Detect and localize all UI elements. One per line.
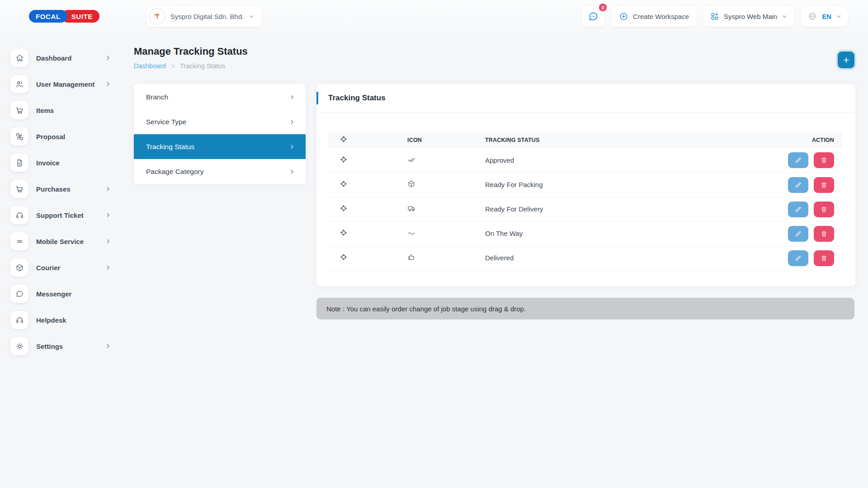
document-icon — [10, 154, 28, 172]
cart-icon — [10, 180, 28, 198]
double-check-icon — [407, 155, 416, 164]
panel-title: Tracking Status — [328, 94, 386, 103]
edit-button[interactable] — [788, 250, 808, 266]
submenu-item-tracking-status[interactable]: Tracking Status — [134, 134, 306, 159]
sidebar-item-courier[interactable]: Courier — [10, 258, 111, 277]
sidebar-item-invoice[interactable]: Invoice — [10, 154, 111, 172]
workspace-selector[interactable]: Syspro Digital Sdn. Bhd. — [146, 6, 262, 27]
package-icon — [407, 180, 415, 188]
create-workspace-label: Create Workspace — [633, 13, 689, 20]
chevron-right-icon — [289, 119, 295, 125]
sidebar-item-helpdesk[interactable]: Helpdesk — [10, 311, 111, 329]
status-label: Ready For Packing — [485, 181, 543, 188]
chevron-right-icon — [105, 265, 111, 270]
drag-handle-icon[interactable] — [340, 156, 347, 163]
drag-handle-icon[interactable] — [340, 205, 347, 212]
edit-button[interactable] — [788, 202, 808, 217]
sidebar-item-support-ticket[interactable]: Support Ticket — [10, 206, 111, 224]
trash-icon — [821, 157, 827, 164]
submenu-item-package-category[interactable]: Package Category — [134, 159, 306, 184]
drag-handle-icon[interactable] — [340, 180, 347, 188]
breadcrumb-dashboard-link[interactable]: Dashboard — [134, 62, 166, 70]
sidebar-item-messenger[interactable]: Messenger — [10, 285, 111, 303]
pencil-icon — [795, 206, 802, 213]
trash-icon — [821, 230, 827, 237]
delete-button[interactable] — [814, 152, 834, 168]
settings-submenu: Branch Service Type Tracking Status Pack… — [134, 84, 306, 184]
chevron-right-icon — [105, 81, 111, 87]
grid-plus-icon — [710, 12, 719, 21]
pencil-icon — [795, 255, 802, 262]
column-header-tracking-status: TRACKING STATUS — [485, 131, 765, 148]
sidebar-item-mobile-service[interactable]: Mobile Service — [10, 232, 111, 250]
trash-icon — [821, 182, 827, 188]
app-selector[interactable]: Syspro Web Main — [703, 6, 794, 27]
chevron-right-icon — [105, 55, 111, 61]
edit-button[interactable] — [788, 177, 808, 193]
trash-icon — [821, 255, 827, 262]
drag-handle-icon[interactable] — [340, 229, 347, 236]
add-tracking-status-button[interactable] — [838, 52, 854, 68]
workspace-name: Syspro Digital Sdn. Bhd. — [170, 13, 244, 20]
brand-logo: FOCAL SUITE — [29, 10, 99, 23]
trash-icon — [821, 206, 827, 213]
chat-button[interactable]: 0 — [582, 6, 604, 27]
users-icon — [10, 75, 28, 93]
sidebar-item-purchases[interactable]: Purchases — [10, 180, 111, 198]
swap-boxes-icon — [10, 127, 28, 145]
submenu-item-branch[interactable]: Branch — [134, 84, 306, 109]
sidebar-item-proposal[interactable]: Proposal — [10, 127, 111, 145]
chevron-right-icon — [105, 186, 111, 192]
status-label: Delivered — [485, 254, 514, 262]
edit-button[interactable] — [788, 152, 808, 168]
chevron-right-icon — [289, 144, 295, 150]
delete-button[interactable] — [814, 250, 834, 266]
chevron-right-icon — [105, 239, 111, 244]
sidebar-item-dashboard[interactable]: Dashboard — [10, 49, 111, 67]
route-wave-icon — [407, 229, 416, 237]
two-lines-icon — [10, 232, 28, 250]
chevron-right-icon — [170, 64, 175, 69]
tracking-status-panel: Tracking Status ICON TRACKING STATUS AC — [316, 84, 855, 286]
delete-button[interactable] — [814, 177, 834, 193]
breadcrumb: Dashboard Tracking Status — [134, 62, 225, 70]
language-selector[interactable]: EN — [801, 6, 848, 27]
plus-icon — [842, 56, 850, 64]
table-row: Approved — [328, 148, 842, 173]
breadcrumb-current: Tracking Status — [180, 62, 225, 70]
status-label: Approved — [485, 156, 514, 164]
delete-button[interactable] — [814, 202, 834, 217]
sidebar: Dashboard User Management Items Proposal — [10, 49, 111, 363]
create-workspace-button[interactable]: Create Workspace — [611, 6, 697, 27]
move-icon — [340, 136, 347, 143]
table-header-row: ICON TRACKING STATUS ACTION — [328, 131, 842, 148]
pencil-icon — [795, 230, 802, 237]
page-title: Manage Tracking Status — [134, 46, 248, 57]
headset-icon — [10, 311, 28, 329]
sidebar-item-settings[interactable]: Settings — [10, 337, 111, 355]
table-row: Ready For Packing — [328, 173, 842, 197]
status-label: On The Way — [485, 230, 523, 237]
language-code: EN — [822, 13, 831, 20]
truck-icon — [407, 204, 416, 213]
app-root: FOCAL SUITE Syspro Digital Sdn. Bhd. — [0, 0, 868, 488]
chevron-down-icon — [249, 14, 255, 19]
sidebar-item-items[interactable]: Items — [10, 101, 111, 119]
chevron-down-icon — [782, 14, 788, 19]
home-icon — [10, 49, 28, 67]
delete-button[interactable] — [814, 226, 834, 242]
column-header-action: ACTION — [765, 131, 842, 148]
chevron-right-icon — [289, 94, 295, 100]
package-icon — [10, 258, 28, 277]
submenu-item-service-type[interactable]: Service Type — [134, 109, 306, 134]
brand-logo-left: FOCAL — [29, 10, 67, 23]
edit-button[interactable] — [788, 226, 808, 242]
panel-header: Tracking Status — [316, 84, 855, 112]
drag-handle-icon[interactable] — [340, 253, 347, 261]
headset-icon — [10, 206, 28, 224]
chevron-right-icon — [105, 212, 111, 218]
table-row: Delivered — [328, 246, 842, 270]
sidebar-item-user-management[interactable]: User Management — [10, 75, 111, 93]
tracking-status-table: ICON TRACKING STATUS ACTION Approved — [316, 113, 855, 271]
column-header-icon: ICON — [407, 131, 485, 148]
